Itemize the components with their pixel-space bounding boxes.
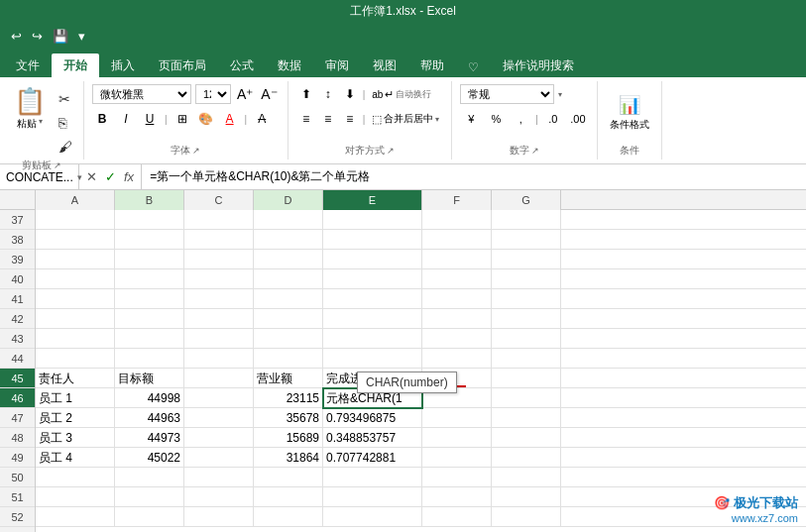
cell-G48[interactable] xyxy=(492,428,561,448)
confirm-formula-button[interactable]: ✓ xyxy=(102,169,119,184)
cell-B38[interactable] xyxy=(115,230,184,250)
tab-review[interactable]: 审阅 xyxy=(313,53,361,77)
tab-data[interactable]: 数据 xyxy=(266,53,313,77)
cell-G49[interactable] xyxy=(492,448,561,468)
cell-C45[interactable] xyxy=(184,369,254,388)
cell-D38[interactable] xyxy=(254,230,323,250)
comma-button[interactable]: , xyxy=(510,109,531,129)
insert-function-button[interactable]: fx xyxy=(121,169,137,184)
cell-A52[interactable] xyxy=(36,507,115,527)
cell-E47[interactable]: 0.793496875 xyxy=(323,408,422,428)
row-43[interactable]: 43 xyxy=(0,329,35,349)
tab-formula[interactable]: 公式 xyxy=(218,53,266,77)
cell-B44[interactable] xyxy=(115,349,184,369)
cell-F47[interactable] xyxy=(422,408,492,428)
cell-A38[interactable] xyxy=(36,230,115,250)
paste-button[interactable]: 📋 xyxy=(8,85,52,117)
cell-G50[interactable] xyxy=(492,468,561,487)
col-header-G[interactable]: G xyxy=(492,190,561,210)
tab-insert[interactable]: 插入 xyxy=(99,53,147,77)
cell-D48[interactable]: 15689 xyxy=(254,428,323,448)
tab-heart[interactable]: ♡ xyxy=(456,56,491,77)
tab-view[interactable]: 视图 xyxy=(361,53,408,77)
font-size-select[interactable]: 12 xyxy=(195,84,231,104)
tab-home[interactable]: 开始 xyxy=(52,53,99,77)
cell-E45[interactable]: 完成进度 xyxy=(323,369,422,388)
cell-F44[interactable] xyxy=(422,349,492,369)
cell-A48[interactable]: 员工 3 xyxy=(36,428,115,448)
cell-F43[interactable] xyxy=(422,329,492,349)
font-color-button[interactable]: A xyxy=(220,109,240,129)
cell-B46[interactable]: 44998 xyxy=(115,388,184,408)
cell-E42[interactable] xyxy=(323,309,422,329)
cell-B39[interactable] xyxy=(115,250,184,269)
cell-B43[interactable] xyxy=(115,329,184,349)
col-header-B[interactable]: B xyxy=(115,190,184,210)
formula-input[interactable]: =第一个单元格&CHAR(10)&第二个单元格 xyxy=(142,168,806,185)
cell-C41[interactable] xyxy=(184,289,254,309)
cell-F49[interactable] xyxy=(422,448,492,468)
cell-B40[interactable] xyxy=(115,269,184,289)
cell-C37[interactable] xyxy=(184,210,254,230)
cell-G47[interactable] xyxy=(492,408,561,428)
cell-E38[interactable] xyxy=(323,230,422,250)
italic-button[interactable]: I xyxy=(116,109,136,129)
merge-center-button[interactable]: ⬚ 合并后居中 ▾ xyxy=(368,110,443,128)
cell-G43[interactable] xyxy=(492,329,561,349)
cell-A37[interactable] xyxy=(36,210,115,230)
cell-C40[interactable] xyxy=(184,269,254,289)
cell-E40[interactable] xyxy=(323,269,422,289)
cell-A44[interactable] xyxy=(36,349,115,369)
cell-E50[interactable] xyxy=(323,468,422,487)
cell-G41[interactable] xyxy=(492,289,561,309)
cell-C50[interactable] xyxy=(184,468,254,487)
save-button[interactable]: 💾 xyxy=(50,27,71,46)
cell-B41[interactable] xyxy=(115,289,184,309)
cell-G38[interactable] xyxy=(492,230,561,250)
cell-C39[interactable] xyxy=(184,250,254,269)
customize-qa-button[interactable]: ▾ xyxy=(75,27,88,46)
cell-C43[interactable] xyxy=(184,329,254,349)
border-button[interactable]: ⊞ xyxy=(173,109,192,129)
cell-D45[interactable]: 营业额 xyxy=(254,369,323,388)
fill-color-button[interactable]: 🎨 xyxy=(196,109,216,129)
cell-C51[interactable] xyxy=(184,487,254,507)
conditional-format-button[interactable]: 📊 条件格式 xyxy=(606,91,653,135)
tab-page-layout[interactable]: 页面布局 xyxy=(147,53,218,77)
col-header-D[interactable]: D xyxy=(254,190,323,210)
cell-E46[interactable]: 元格&CHAR(1 xyxy=(323,388,422,408)
cell-G46[interactable] xyxy=(492,388,561,408)
cell-D42[interactable] xyxy=(254,309,323,329)
cell-D39[interactable] xyxy=(254,250,323,269)
row-38[interactable]: 38 xyxy=(0,230,35,250)
undo-button[interactable]: ↩ xyxy=(8,27,25,46)
cell-A45[interactable]: 责任人 xyxy=(36,369,115,388)
cell-B50[interactable] xyxy=(115,468,184,487)
cell-B49[interactable]: 45022 xyxy=(115,448,184,468)
cell-G52[interactable] xyxy=(492,507,561,527)
cell-E52[interactable] xyxy=(323,507,422,527)
font-size-decrease-button[interactable]: A⁻ xyxy=(259,86,279,102)
cell-G42[interactable] xyxy=(492,309,561,329)
cell-E49[interactable]: 0.707742881 xyxy=(323,448,422,468)
cell-G45[interactable] xyxy=(492,369,561,388)
row-46[interactable]: 46 xyxy=(0,388,35,408)
cell-F45[interactable] xyxy=(422,369,492,388)
align-middle-button[interactable]: ↕ xyxy=(318,84,338,104)
cell-B52[interactable] xyxy=(115,507,184,527)
col-header-F[interactable]: F xyxy=(422,190,492,210)
cell-G37[interactable] xyxy=(492,210,561,230)
cell-B47[interactable]: 44963 xyxy=(115,408,184,428)
cell-C48[interactable] xyxy=(184,428,254,448)
cell-E37[interactable] xyxy=(323,210,422,230)
cell-B42[interactable] xyxy=(115,309,184,329)
cell-C49[interactable] xyxy=(184,448,254,468)
cell-D47[interactable]: 35678 xyxy=(254,408,323,428)
cell-G51[interactable] xyxy=(492,487,561,507)
cell-F46[interactable] xyxy=(422,388,492,408)
decimal-increase-button[interactable]: .0 xyxy=(542,109,564,129)
percent-button[interactable]: % xyxy=(485,109,507,129)
row-50[interactable]: 50 xyxy=(0,468,35,487)
align-right-button[interactable]: ≡ xyxy=(340,109,360,129)
cell-B45[interactable]: 目标额 xyxy=(115,369,184,388)
